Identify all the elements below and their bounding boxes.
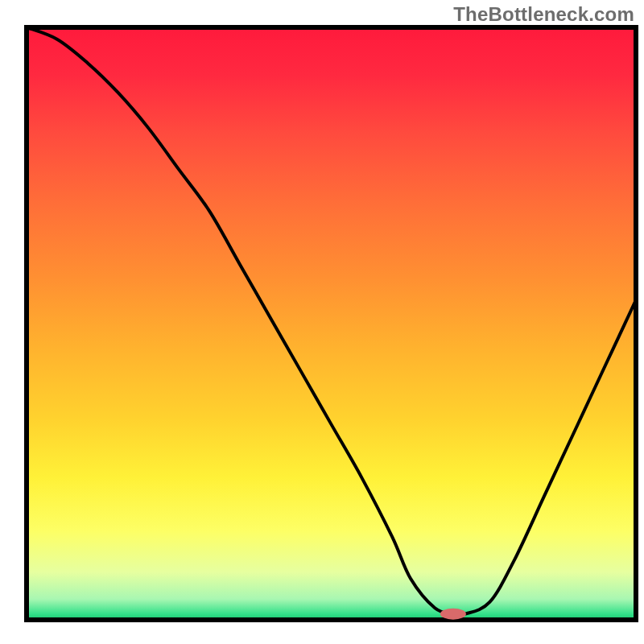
watermark-text: TheBottleneck.com [453,3,634,26]
gradient-background [27,27,636,620]
chart-area: TheBottleneck.com [0,0,644,644]
optimal-marker [440,609,466,620]
bottleneck-chart [0,0,644,644]
